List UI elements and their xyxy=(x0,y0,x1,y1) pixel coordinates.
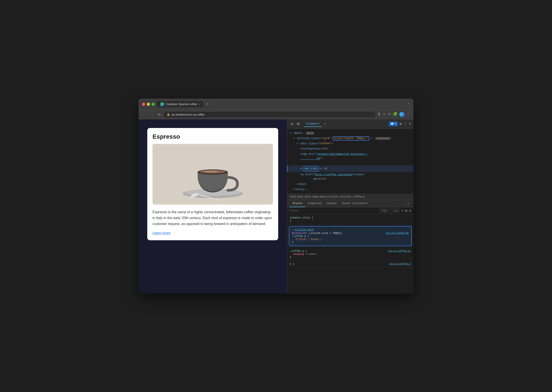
a-href-link[interactable]: http://coffee.com/mocha xyxy=(315,173,353,176)
article-close-tag: </artic... xyxy=(293,188,310,191)
browser-content: Espresso xyxy=(139,119,413,294)
minimize-button[interactable] xyxy=(147,103,150,106)
learn-more-link[interactable]: Learn more xyxy=(152,231,170,235)
maximize-button[interactable] xyxy=(152,103,155,106)
container-condition: (inline-size > 400px) xyxy=(309,232,342,235)
main-grid-badge: grid xyxy=(305,132,315,135)
p-rule: css-cq-coffee:3 p { xyxy=(287,261,413,267)
hov-toggle[interactable]: :hov xyxy=(379,209,388,213)
tab-layout[interactable]: Layout xyxy=(324,200,339,207)
display-prop-strikethrough: display xyxy=(293,253,304,256)
traffic-lights xyxy=(142,103,155,106)
element-style-selector: element.style { xyxy=(290,216,313,219)
coffee-p-line-ref[interactable]: css-cq-coffee:21 xyxy=(388,250,411,252)
settings-icon[interactable]: ⚙ xyxy=(400,122,402,126)
browser-window: Container Queries coffee × + ⌃ ← → ↻ 🔒 j… xyxy=(139,98,413,294)
tab-close-button[interactable]: × xyxy=(199,103,200,106)
active-tab[interactable]: Container Queries coffee × xyxy=(157,101,203,107)
styles-tab-more[interactable]: » xyxy=(406,200,411,207)
coffee-description: Espresso is the name of a highly concent… xyxy=(152,209,273,227)
article-card-link[interactable]: article.card xyxy=(295,228,314,231)
elem-div-close[interactable]: </div> xyxy=(287,182,413,187)
toggle-sidebar-icon[interactable]: ⊡ xyxy=(409,209,411,213)
breadcrumb-bar: html body.dark-mode main article.card di… xyxy=(287,194,413,200)
share-icon[interactable]: ⬆ xyxy=(378,112,380,117)
container-rule-close: } xyxy=(292,241,294,244)
chat-icon: 💬 xyxy=(391,122,394,126)
device-toggle-icon[interactable]: ⧉ xyxy=(296,121,301,127)
svg-point-6 xyxy=(204,170,219,172)
url-bar[interactable]: 🔒 jec.fyi/demo/css-cq-coffee xyxy=(164,112,375,117)
elem-a[interactable]: <a href="http://coffee.com/mocha">Learn … xyxy=(287,172,413,182)
elem-article[interactable]: ▼ <article class="card" style="width: 50… xyxy=(287,136,413,141)
elem-article-close[interactable]: </artic... xyxy=(287,187,413,192)
main-tag-text: <main> xyxy=(293,132,303,135)
div-close-tag: </div> xyxy=(297,183,307,186)
h1-tag: <h1>Espresso</h1> xyxy=(300,147,328,150)
close-button[interactable] xyxy=(142,103,145,106)
tab-more[interactable]: » xyxy=(322,121,328,127)
back-button[interactable]: ← xyxy=(142,112,147,117)
article-style-attr: style="width: 500px;" xyxy=(332,136,369,141)
a-text-more: more</a> xyxy=(300,177,326,181)
bc-div-coffee[interactable]: div.coffee xyxy=(347,195,362,198)
article-container-badge: container xyxy=(375,137,391,140)
element-style-close: } xyxy=(290,219,291,222)
devtools-close-icon[interactable]: × xyxy=(409,122,411,126)
container-query-rule: ↳ article.card css-cq-coffee:30 @contain… xyxy=(289,226,412,246)
bc-article[interactable]: article.card xyxy=(327,195,346,198)
img-tag-close: "> xyxy=(320,157,323,160)
bc-body[interactable]: body.dark-mode xyxy=(297,195,319,198)
coffee-p-display: display : none; xyxy=(290,253,411,256)
filter-bar: :hov .cls + ⧉ ⊡ xyxy=(287,207,413,215)
filter-input[interactable] xyxy=(290,209,377,212)
tabs-chevron-icon[interactable]: ⌃ xyxy=(407,103,410,106)
bc-html[interactable]: html xyxy=(290,195,296,198)
img-tag-open: <img src=" xyxy=(300,153,316,156)
menu-icon[interactable]: ⋮ xyxy=(407,112,410,117)
styles-panel: element.style { } ↳ article.card css-cq-… xyxy=(287,215,413,294)
display-block-val: block xyxy=(311,238,319,241)
p-expand-arrow[interactable]: ▶ xyxy=(301,167,302,171)
elem-div-coffee[interactable]: ▼ <div class="coffee"> xyxy=(287,141,413,146)
inspect-icon[interactable]: ⊡ xyxy=(290,121,294,127)
elem-ellipsis: ... xyxy=(287,161,413,166)
tab-elements[interactable]: Elements xyxy=(304,121,322,127)
devtools-toolbar: ⊡ ⧉ Elements » 💬 1 ⚙ ⋮ × xyxy=(287,119,413,129)
tab-event-listeners[interactable]: Event Listeners xyxy=(339,200,370,207)
add-style-rule-icon[interactable]: + xyxy=(401,209,403,213)
elem-h1[interactable]: <h1>Espresso</h1> xyxy=(287,146,413,152)
tab-computed[interactable]: Computed xyxy=(305,200,324,207)
more-options-icon[interactable]: ⋮ xyxy=(403,122,407,126)
forward-button[interactable]: → xyxy=(150,112,155,117)
p-dollar-sign: == $0 xyxy=(319,167,328,171)
display-prop-name: display xyxy=(295,238,306,241)
new-tab-button[interactable]: + xyxy=(205,102,210,106)
refresh-button[interactable]: ↻ xyxy=(157,112,161,117)
tab-title: Container Queries coffee xyxy=(166,103,197,106)
chat-count: 1 xyxy=(395,122,396,125)
elem-p[interactable]: ▶ <p>…</p> == $0 xyxy=(287,166,413,172)
espresso-svg xyxy=(152,144,273,205)
tabs-area: Container Queries coffee × + ⌃ xyxy=(157,101,410,107)
bc-p[interactable]: p xyxy=(363,195,365,198)
extensions-icon[interactable]: 🧩 xyxy=(393,112,397,117)
elem-main[interactable]: ▼ <main> grid xyxy=(287,131,413,136)
elem-img[interactable]: <img src="/assets/img/demo/cof-espresso.… xyxy=(287,152,413,161)
display-semi: ; xyxy=(321,238,322,241)
copy-styles-icon[interactable]: ⧉ xyxy=(405,209,407,213)
url-text: jec.fyi/demo/css-cq-coffee xyxy=(172,113,204,116)
bc-main[interactable]: main xyxy=(320,195,326,198)
address-bar: ← → ↻ 🔒 jec.fyi/demo/css-cq-coffee ⬆ ☆ ✂… xyxy=(139,110,413,119)
elements-panel: ▼ <main> grid ▼ <article class="card" st… xyxy=(287,129,413,194)
tab-styles[interactable]: Styles xyxy=(290,200,305,207)
star-icon[interactable]: ☆ xyxy=(383,112,386,117)
extension-cut-icon[interactable]: ✂ xyxy=(388,112,391,117)
article-tag-open: <article class= xyxy=(296,137,321,140)
container-arrow: ↳ xyxy=(292,229,295,231)
profile-icon[interactable] xyxy=(400,112,404,117)
cls-toggle[interactable]: .cls xyxy=(390,209,400,213)
container-rule-line-ref[interactable]: css-cq-coffee:30 xyxy=(386,232,409,234)
chat-badge[interactable]: 💬 1 xyxy=(389,122,398,126)
p-rule-line-ref[interactable]: css-cq-coffee:3 xyxy=(389,262,411,265)
